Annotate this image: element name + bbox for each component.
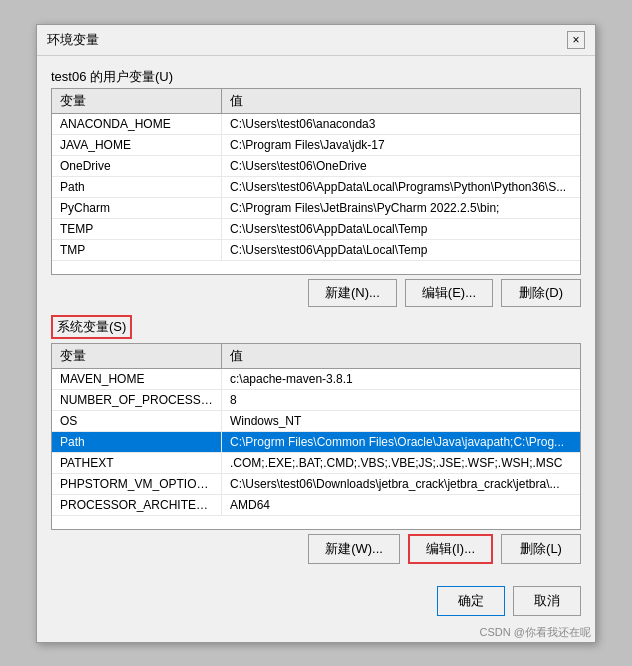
user-header-var: 变量 [52, 89, 222, 113]
user-row-val: C:\Users\test06\OneDrive [222, 156, 580, 176]
user-section-label: test06 的用户变量(U) [51, 68, 581, 86]
table-row[interactable]: Path C:\Progrm Files\Common Files\Oracle… [52, 432, 580, 453]
user-row-val: C:\Users\test06\AppData\Local\Temp [222, 240, 580, 260]
table-row[interactable]: OneDrive C:\Users\test06\OneDrive [52, 156, 580, 177]
table-row[interactable]: NUMBER_OF_PROCESSORS 8 [52, 390, 580, 411]
sys-row-val: C:\Progrm Files\Common Files\Oracle\Java… [222, 432, 580, 452]
table-row[interactable]: JAVA_HOME C:\Program Files\Java\jdk-17 [52, 135, 580, 156]
sys-row-var: PHPSTORM_VM_OPTIONS [52, 474, 222, 494]
user-row-val: C:\Users\test06\anaconda3 [222, 114, 580, 134]
user-table-header: 变量 值 [52, 89, 580, 114]
user-delete-button[interactable]: 删除(D) [501, 279, 581, 307]
system-table-body[interactable]: MAVEN_HOME c:\apache-maven-3.8.1 NUMBER_… [52, 369, 580, 529]
user-row-val: C:\Users\test06\AppData\Local\Temp [222, 219, 580, 239]
sys-row-val: c:\apache-maven-3.8.1 [222, 369, 580, 389]
user-row-var: OneDrive [52, 156, 222, 176]
system-table-header: 变量 值 [52, 344, 580, 369]
user-row-var: JAVA_HOME [52, 135, 222, 155]
system-edit-button[interactable]: 编辑(I)... [408, 534, 493, 564]
user-edit-button[interactable]: 编辑(E)... [405, 279, 493, 307]
table-row[interactable]: PHPSTORM_VM_OPTIONS C:\Users\test06\Down… [52, 474, 580, 495]
sys-row-val: AMD64 [222, 495, 580, 515]
user-new-button[interactable]: 新建(N)... [308, 279, 397, 307]
watermark-row: CSDN @你看我还在呢 [37, 626, 595, 642]
confirm-button[interactable]: 确定 [437, 586, 505, 616]
user-row-var: TEMP [52, 219, 222, 239]
system-variables-section: 系统变量(S) 变量 值 MAVEN_HOME c:\apache-maven-… [51, 315, 581, 564]
table-row[interactable]: ANACONDA_HOME C:\Users\test06\anaconda3 [52, 114, 580, 135]
sys-row-val: Windows_NT [222, 411, 580, 431]
system-delete-button[interactable]: 删除(L) [501, 534, 581, 564]
user-row-var: ANACONDA_HOME [52, 114, 222, 134]
bottom-buttons: 确定 取消 [37, 576, 595, 626]
table-row[interactable]: PATHEXT .COM;.EXE;.BAT;.CMD;.VBS;.VBE;JS… [52, 453, 580, 474]
system-new-button[interactable]: 新建(W)... [308, 534, 400, 564]
table-row[interactable]: MAVEN_HOME c:\apache-maven-3.8.1 [52, 369, 580, 390]
table-row[interactable]: PyCharm C:\Program Files\JetBrains\PyCha… [52, 198, 580, 219]
sys-row-var: PATHEXT [52, 453, 222, 473]
sys-row-var: NUMBER_OF_PROCESSORS [52, 390, 222, 410]
user-row-val: C:\Program Files\JetBrains\PyCharm 2022.… [222, 198, 580, 218]
user-row-val: C:\Program Files\Java\jdk-17 [222, 135, 580, 155]
table-row[interactable]: Path C:\Users\test06\AppData\Local\Progr… [52, 177, 580, 198]
table-row[interactable]: TEMP C:\Users\test06\AppData\Local\Temp [52, 219, 580, 240]
user-row-var: TMP [52, 240, 222, 260]
system-buttons-row: 新建(W)... 编辑(I)... 删除(L) [51, 534, 581, 564]
table-row[interactable]: TMP C:\Users\test06\AppData\Local\Temp [52, 240, 580, 261]
user-row-var: PyCharm [52, 198, 222, 218]
sys-row-val: 8 [222, 390, 580, 410]
sys-row-var: MAVEN_HOME [52, 369, 222, 389]
user-header-val: 值 [222, 89, 580, 113]
system-header-val: 值 [222, 344, 580, 368]
window-title: 环境变量 [47, 31, 99, 49]
system-header-var: 变量 [52, 344, 222, 368]
cancel-button[interactable]: 取消 [513, 586, 581, 616]
main-content: test06 的用户变量(U) 变量 值 ANACONDA_HOME C:\Us… [37, 56, 595, 576]
table-row[interactable]: PROCESSOR_ARCHITECT... AMD64 [52, 495, 580, 516]
user-variables-section: test06 的用户变量(U) 变量 值 ANACONDA_HOME C:\Us… [51, 68, 581, 307]
system-section-label: 系统变量(S) [57, 319, 126, 334]
watermark-text: CSDN @你看我还在呢 [480, 625, 591, 640]
user-row-val: C:\Users\test06\AppData\Local\Programs\P… [222, 177, 580, 197]
close-button[interactable]: × [567, 31, 585, 49]
system-variables-table: 变量 值 MAVEN_HOME c:\apache-maven-3.8.1 NU… [51, 343, 581, 530]
sys-row-var: Path [52, 432, 222, 452]
user-buttons-row: 新建(N)... 编辑(E)... 删除(D) [51, 279, 581, 307]
user-row-var: Path [52, 177, 222, 197]
sys-row-val: C:\Users\test06\Downloads\jetbra_crack\j… [222, 474, 580, 494]
title-bar: 环境变量 × [37, 25, 595, 56]
user-table-body[interactable]: ANACONDA_HOME C:\Users\test06\anaconda3 … [52, 114, 580, 274]
table-row[interactable]: OS Windows_NT [52, 411, 580, 432]
sys-row-var: PROCESSOR_ARCHITECT... [52, 495, 222, 515]
environment-variables-window: 环境变量 × test06 的用户变量(U) 变量 值 ANACONDA_HOM… [36, 24, 596, 643]
user-variables-table: 变量 值 ANACONDA_HOME C:\Users\test06\anaco… [51, 88, 581, 275]
sys-row-var: OS [52, 411, 222, 431]
sys-row-val: .COM;.EXE;.BAT;.CMD;.VBS;.VBE;JS;.JSE;.W… [222, 453, 580, 473]
